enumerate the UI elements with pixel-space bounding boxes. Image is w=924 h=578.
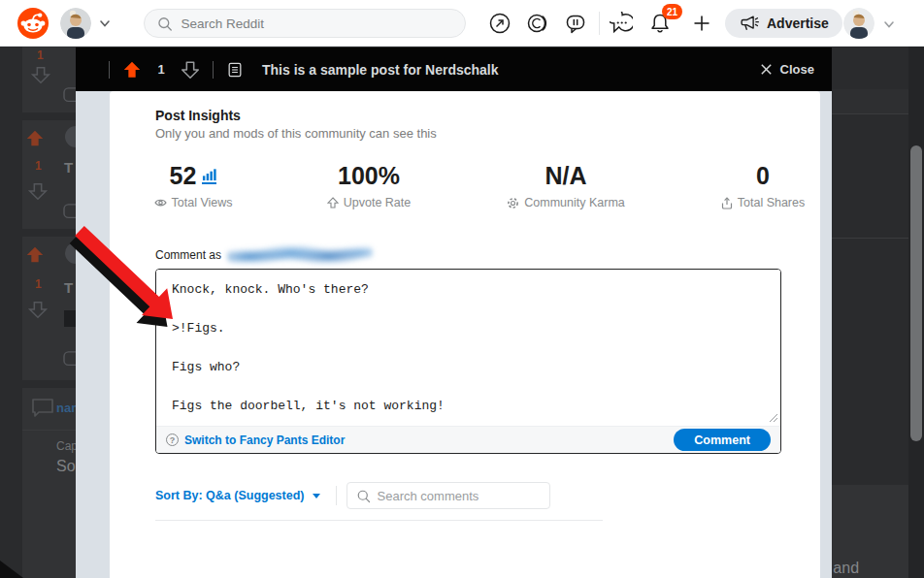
share-icon — [721, 197, 733, 209]
downvote-icon — [27, 299, 49, 320]
advertise-button[interactable]: Advertise — [725, 9, 842, 38]
upvote-outline-icon — [327, 197, 339, 209]
user-avatar[interactable] — [60, 8, 91, 39]
talk-icon[interactable] — [564, 12, 587, 35]
scrollbar-track[interactable] — [908, 47, 924, 578]
notification-badge: 21 — [662, 4, 682, 19]
comment-search-input[interactable] — [378, 489, 541, 503]
downvote-icon — [27, 180, 49, 202]
upvote-icon[interactable] — [121, 59, 143, 80]
chat-icon[interactable] — [610, 12, 633, 35]
divider — [213, 61, 214, 79]
upvote-icon — [24, 128, 46, 149]
search-bar[interactable] — [144, 9, 466, 38]
stat-value: 52 — [170, 161, 197, 190]
gear-icon — [507, 197, 519, 209]
advertise-label: Advertise — [767, 16, 829, 31]
divider — [336, 486, 337, 505]
vote-count: 1 — [154, 62, 168, 77]
background-post-title: T — [64, 279, 73, 296]
comment-as-row: Comment as — [155, 244, 373, 265]
post-header-bar: 1 This is a sample post for Nerdschalk C… — [76, 48, 832, 91]
help-icon[interactable]: ? — [166, 434, 179, 446]
background-vote-count: 1 — [35, 277, 42, 291]
downvote-icon[interactable] — [180, 59, 201, 80]
resize-handle-icon[interactable] — [767, 411, 778, 423]
post-card: Post Insights Only you and mods of this … — [110, 91, 820, 578]
stat-value: 100% — [338, 161, 400, 190]
eye-icon — [154, 197, 167, 209]
stat-value: N/A — [544, 161, 586, 190]
user-avatar[interactable] — [843, 8, 874, 39]
stat-value: 0 — [756, 161, 770, 190]
username-redacted — [227, 243, 373, 267]
search-icon — [156, 15, 173, 33]
coins-icon[interactable] — [526, 12, 549, 35]
comment-icon — [31, 398, 54, 419]
background-post-title: T — [64, 159, 73, 176]
stat-total-views: 52 Total Views — [106, 161, 280, 209]
divider — [22, 430, 76, 431]
close-icon — [759, 62, 774, 77]
post-title: This is a sample post for Nerdschalk — [262, 62, 499, 78]
background-vote-count: 1 — [37, 48, 44, 62]
stat-community-karma: N/A Community Karma — [478, 161, 653, 209]
downvote-icon — [30, 64, 51, 85]
scrollbar-thumb[interactable] — [910, 145, 922, 441]
comment-composer: Knock, knock. Who's there? >!Figs. Figs … — [155, 269, 781, 454]
upvote-icon — [24, 244, 46, 266]
background-vote-count: 1 — [35, 159, 42, 173]
post-insights-title: Post Insights — [155, 108, 241, 123]
megaphone-icon — [739, 13, 760, 34]
popular-icon[interactable] — [488, 12, 512, 35]
comments-toolbar: Sort By: Q&a (Suggested) — [155, 482, 550, 509]
stat-upvote-rate: 100% Upvote Rate — [281, 161, 456, 209]
sort-dropdown[interactable]: Sort By: Q&a (Suggested) — [155, 489, 320, 502]
post-overlay: 1 This is a sample post for Nerdschalk C… — [76, 48, 832, 578]
close-button[interactable]: Close — [759, 62, 814, 77]
divider — [155, 520, 603, 521]
stat-total-shares: 0 Total Shares — [676, 161, 850, 209]
caret-down-icon — [313, 494, 320, 498]
stat-label: Total Views — [172, 196, 233, 209]
create-post-icon[interactable] — [690, 12, 713, 35]
divider — [109, 61, 110, 79]
divider — [599, 12, 600, 35]
search-icon — [356, 488, 371, 504]
chevron-down-icon[interactable] — [881, 16, 897, 32]
comment-button[interactable]: Comment — [674, 429, 771, 451]
reddit-logo-icon[interactable] — [17, 8, 49, 39]
post-icon — [225, 60, 245, 80]
comment-search-bar[interactable] — [346, 482, 550, 509]
stat-label: Community Karma — [524, 196, 625, 209]
background-post-card: 1 — [22, 47, 76, 112]
background-post-card: 1 T — [22, 237, 76, 380]
top-header: 21 Advertise — [0, 0, 924, 47]
chevron-down-icon[interactable] — [97, 16, 113, 31]
background-shape — [0, 561, 23, 578]
comment-textarea[interactable]: Knock, knock. Who's there? >!Figs. Figs … — [156, 270, 780, 427]
composer-footer: ? Switch to Fancy Pants Editor Comment — [156, 426, 780, 453]
background-text: Cap — [56, 439, 78, 453]
sort-label: Sort By: Q&a (Suggested) — [155, 489, 305, 502]
close-label: Close — [780, 62, 814, 77]
bar-chart-icon[interactable] — [202, 167, 216, 184]
background-post-card: 1 T — [22, 120, 76, 229]
stat-label: Total Shares — [738, 196, 805, 209]
switch-editor-link[interactable]: Switch to Fancy Pants Editor — [184, 434, 345, 447]
background-comment-card: nan Cap Sou — [22, 388, 76, 578]
search-input[interactable] — [181, 16, 453, 31]
stat-label: Upvote Rate — [344, 196, 411, 209]
post-insights-subtitle: Only you and mods of this community can … — [155, 126, 437, 141]
comment-as-label: Comment as — [155, 248, 221, 262]
